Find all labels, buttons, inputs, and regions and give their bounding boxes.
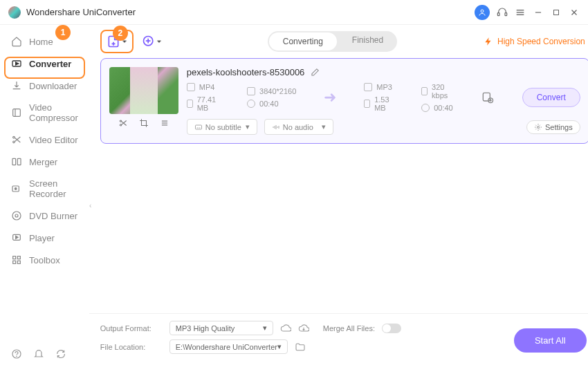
sidebar-item-dvd[interactable]: DVD Burner	[0, 205, 89, 227]
svg-marker-11	[16, 62, 19, 65]
svg-rect-35	[483, 93, 490, 101]
bitrate-icon	[421, 87, 428, 95]
sidebar-item-editor[interactable]: Video Editor	[0, 129, 89, 151]
subtitle-select[interactable]: No subtitle ▾	[187, 119, 257, 135]
file-name: pexels-koolshooters-8530006	[187, 67, 305, 77]
sidebar-item-label: Converter	[29, 59, 71, 69]
footer: Output Format: MP3 High Quality ▾ Merge …	[89, 313, 588, 365]
folder-icon[interactable]	[295, 341, 306, 353]
grid-icon	[11, 254, 22, 265]
cloud-down-icon[interactable]	[298, 323, 309, 334]
status-tabs: Converting Finished	[268, 31, 397, 52]
sidebar-item-label: Video Editor	[29, 135, 78, 145]
merge-icon	[11, 156, 22, 167]
svg-rect-15	[12, 158, 16, 165]
size-icon	[187, 100, 193, 108]
src-format: MP4	[199, 83, 215, 91]
bell-icon[interactable]	[33, 348, 44, 359]
sidebar: 1 Home Converter Downloader Video Compre…	[0, 25, 89, 365]
more-icon[interactable]	[160, 118, 169, 128]
sidebar-item-merger[interactable]: Merger	[0, 151, 89, 173]
sidebar-item-label: Downloader	[29, 81, 77, 91]
chevron-down-icon: ▾	[322, 122, 326, 131]
sidebar-collapse-handle[interactable]: ‹	[88, 195, 93, 216]
tab-converting[interactable]: Converting	[269, 32, 337, 50]
src-duration: 00:40	[259, 100, 279, 108]
headset-icon[interactable]	[497, 7, 508, 18]
merge-toggle[interactable]	[382, 324, 401, 333]
svg-point-20	[15, 214, 18, 217]
converter-icon	[11, 58, 22, 69]
resolution-icon	[247, 87, 255, 95]
format-icon	[187, 83, 195, 91]
close-button[interactable]	[569, 7, 580, 18]
cloud-icon[interactable]	[280, 323, 291, 334]
callout-badge-2: 2	[113, 26, 128, 41]
dst-duration: 00:40	[434, 104, 453, 112]
convert-button[interactable]: Convert	[522, 88, 580, 107]
sidebar-item-compressor[interactable]: Video Compressor	[0, 97, 89, 129]
file-location-select[interactable]: E:\Wondershare UniConverter ▾	[169, 339, 288, 354]
svg-rect-7	[554, 10, 559, 15]
chevron-down-icon: ▾	[246, 122, 250, 131]
svg-point-14	[13, 141, 15, 143]
callout-badge-1: 1	[55, 25, 71, 40]
svg-point-13	[13, 136, 15, 138]
svg-point-38	[537, 126, 539, 128]
output-settings-icon[interactable]	[481, 91, 495, 104]
user-avatar-icon[interactable]	[475, 5, 490, 20]
compress-icon	[11, 107, 22, 118]
sidebar-item-player[interactable]: Player	[0, 227, 89, 249]
sidebar-item-label: Screen Recorder	[29, 178, 78, 199]
high-speed-toggle[interactable]: High Speed Conversion	[484, 37, 588, 46]
svg-rect-26	[17, 261, 20, 263]
menu-icon[interactable]	[515, 7, 526, 18]
audio-icon	[272, 123, 280, 131]
download-icon	[11, 80, 22, 91]
video-thumbnail[interactable]	[109, 67, 178, 114]
output-format-select[interactable]: MP3 High Quality ▾	[169, 321, 273, 335]
sidebar-item-label: Video Compressor	[29, 102, 78, 123]
titlebar: Wondershare UniConverter	[0, 0, 588, 25]
gear-icon	[534, 123, 542, 131]
svg-rect-12	[13, 109, 21, 117]
sidebar-item-downloader[interactable]: Downloader	[0, 75, 89, 97]
dst-bitrate: 320 kbps	[432, 83, 453, 100]
trim-icon[interactable]	[118, 118, 128, 128]
crop-icon[interactable]	[139, 118, 149, 128]
tab-finished[interactable]: Finished	[338, 31, 397, 52]
help-icon[interactable]	[11, 348, 22, 359]
svg-point-19	[12, 212, 21, 220]
subtitle-icon	[194, 123, 203, 131]
svg-point-31	[120, 124, 121, 126]
output-format-label: Output Format:	[100, 324, 163, 333]
arrow-icon: ➜	[324, 88, 336, 106]
sidebar-item-label: Merger	[29, 157, 57, 167]
sidebar-item-toolbox[interactable]: Toolbox	[0, 249, 89, 271]
audio-select[interactable]: No audio ▾	[264, 119, 333, 135]
maximize-button[interactable]	[551, 7, 562, 18]
record-icon	[11, 183, 22, 194]
svg-rect-24	[17, 256, 20, 259]
settings-button[interactable]: Settings	[526, 120, 580, 134]
chevron-down-icon: ▾	[263, 324, 267, 333]
duration-icon	[421, 104, 430, 112]
svg-rect-16	[17, 158, 21, 165]
dst-size: 1.53 MB	[374, 95, 394, 112]
sidebar-item-converter[interactable]: Converter	[0, 53, 89, 75]
minimize-button[interactable]	[533, 7, 544, 18]
add-url-button[interactable]	[142, 35, 163, 48]
sidebar-item-home[interactable]: 1 Home	[0, 30, 89, 53]
duration-icon	[247, 100, 255, 108]
file-card: pexels-koolshooters-8530006 MP4 77.41 MB…	[100, 58, 588, 144]
size-icon	[364, 100, 370, 108]
sidebar-item-recorder[interactable]: Screen Recorder	[0, 173, 89, 205]
merge-label: Merge All Files:	[323, 324, 375, 333]
sidebar-item-label: Toolbox	[29, 255, 60, 265]
refresh-icon[interactable]	[55, 348, 66, 359]
start-all-button[interactable]: Start All	[514, 328, 587, 353]
play-icon	[11, 232, 22, 243]
svg-rect-23	[13, 256, 16, 259]
sidebar-item-label: DVD Burner	[29, 211, 77, 221]
edit-icon[interactable]	[310, 68, 320, 77]
